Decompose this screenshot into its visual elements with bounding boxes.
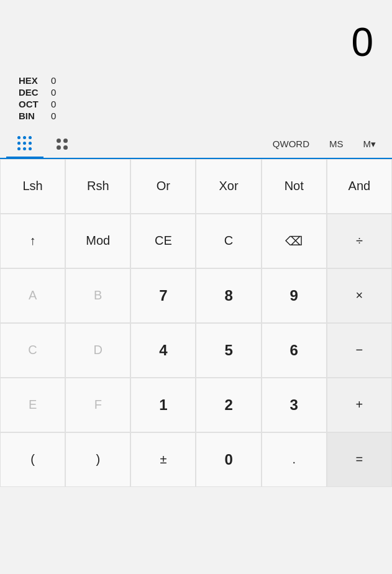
btn-And-0-5[interactable]: And [327, 159, 392, 214]
oct-row: OCT 0 [19, 99, 373, 109]
btn---5-5[interactable]: = [327, 432, 392, 487]
btn-1-4-2[interactable]: 1 [130, 378, 196, 432]
btn---3-5[interactable]: − [327, 323, 392, 378]
btn---1-0[interactable]: ↑ [0, 214, 65, 268]
btn-C-1-3[interactable]: C [196, 214, 261, 268]
bin-row: BIN 0 [19, 111, 373, 121]
btn-F-4-1: F [65, 378, 130, 432]
bin-value: 0 [51, 111, 56, 121]
btn-4-3-2[interactable]: 4 [130, 323, 196, 378]
btn-Mod-1-1[interactable]: Mod [65, 214, 130, 268]
btn-7-2-2[interactable]: 7 [130, 268, 196, 323]
btn-6-3-4[interactable]: 6 [262, 323, 327, 378]
toolbar: QWORD MS M▾ [0, 127, 392, 159]
btn-C-3-0: C [0, 323, 65, 378]
apps-icon[interactable] [6, 131, 43, 158]
btn---5-2[interactable]: ± [130, 432, 196, 487]
ms-button[interactable]: MS [319, 130, 353, 158]
btn---5-4[interactable]: . [262, 432, 327, 487]
base-display: HEX 0 DEC 0 OCT 0 BIN 0 [12, 73, 380, 124]
btn-Xor-0-3[interactable]: Xor [196, 159, 261, 214]
btn---1-4[interactable]: ⌫ [262, 214, 327, 268]
btn-B-2-1: B [65, 268, 130, 323]
btn-Rsh-0-1[interactable]: Rsh [65, 159, 130, 214]
btn---2-5[interactable]: × [327, 268, 392, 323]
btn-3-4-4[interactable]: 3 [262, 378, 327, 432]
btn-2-4-3[interactable]: 2 [196, 378, 261, 432]
memory-button[interactable]: M▾ [353, 130, 386, 158]
btn-Lsh-0-0[interactable]: Lsh [0, 159, 65, 214]
dots-grid [17, 136, 32, 151]
btn---5-1[interactable]: ) [65, 432, 130, 487]
btn-5-3-3[interactable]: 5 [196, 323, 261, 378]
btn-D-3-1: D [65, 323, 130, 378]
btn-9-2-4[interactable]: 9 [262, 268, 327, 323]
btn---4-5[interactable]: + [327, 378, 392, 432]
display-area: 0 HEX 0 DEC 0 OCT 0 BIN 0 [0, 0, 392, 127]
hex-row: HEX 0 [19, 75, 373, 86]
btn-Or-0-2[interactable]: Or [130, 159, 196, 214]
oct-label: OCT [19, 99, 43, 109]
btn-Not-0-4[interactable]: Not [262, 159, 327, 214]
btn-8-2-3[interactable]: 8 [196, 268, 261, 323]
btn-E-4-0: E [0, 378, 65, 432]
word-size-button[interactable]: QWORD [263, 130, 319, 158]
hex-label: HEX [19, 75, 43, 86]
btn---5-0[interactable]: ( [0, 432, 65, 487]
btn-CE-1-2[interactable]: CE [130, 214, 196, 268]
buttons-grid: LshRshOrXorNotAnd↑ModCEC⌫÷AB789×CD456−EF… [0, 159, 392, 487]
btn---1-5[interactable]: ÷ [327, 214, 392, 268]
btn-0-5-3[interactable]: 0 [196, 432, 261, 487]
main-display: 0 [12, 6, 380, 73]
btn-A-2-0: A [0, 268, 65, 323]
hex-value: 0 [51, 75, 56, 86]
bin-label: BIN [19, 111, 43, 121]
oct-value: 0 [51, 99, 56, 109]
dec-value: 0 [51, 87, 56, 98]
dec-row: DEC 0 [19, 87, 373, 98]
dec-label: DEC [19, 87, 43, 98]
dots-2x2 [57, 139, 68, 150]
history-icon[interactable] [43, 130, 81, 158]
